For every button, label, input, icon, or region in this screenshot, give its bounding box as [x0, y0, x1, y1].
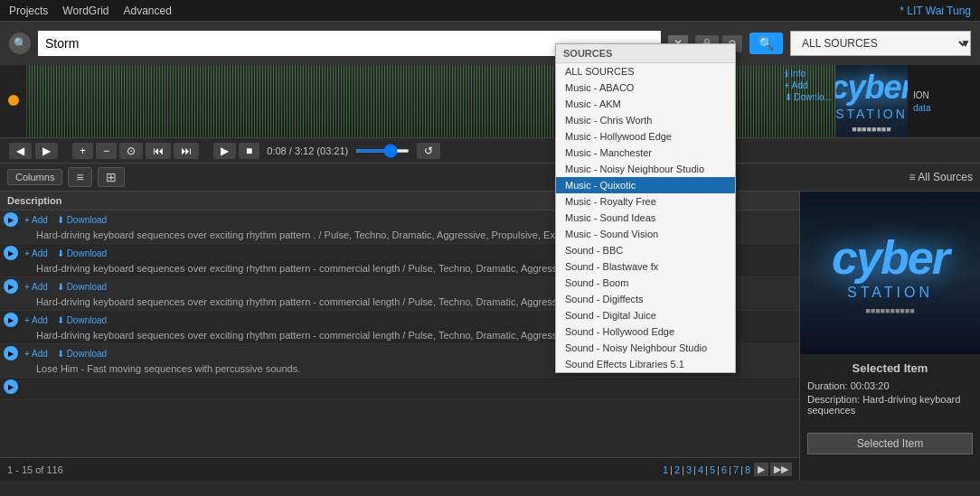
add-position-button[interactable]: +	[72, 143, 93, 159]
waveform-info-buttons: ℹ Info + Add ⬇ Downlo...	[785, 69, 832, 102]
all-sources-label: ≡ All Sources	[909, 171, 973, 183]
page-2[interactable]: 2	[674, 464, 680, 475]
page-1[interactable]: 1	[663, 464, 668, 475]
waveform-marker	[8, 95, 19, 106]
play-button[interactable]: ▶	[4, 279, 18, 294]
right-panel: cyber station ■■■■■■■■■■ Selected Item D…	[799, 192, 980, 481]
nav-advanced[interactable]: Advanced	[123, 5, 171, 17]
page-4[interactable]: 4	[698, 464, 703, 475]
pagination: 1 - 15 of 116 1 | 2 | 3 | 4 | 5 | 6 | 7 …	[0, 457, 799, 481]
nav-wordgrid[interactable]: WordGrid	[62, 5, 108, 17]
add-button[interactable]: + Add	[22, 214, 51, 226]
dropdown-item-sound-noisy-neighbour[interactable]: Sound - Noisy Neighbour Studio	[556, 340, 735, 356]
last-page-button[interactable]: ▶▶	[770, 463, 792, 476]
dropdown-item-music-quixotic[interactable]: Music - Quixotic	[556, 177, 735, 193]
download-button[interactable]: ⬇ Download	[54, 314, 109, 326]
user-label: * LIT Wai Tung	[900, 5, 971, 17]
dropdown-item-music-royalty-free[interactable]: Music - Royalty Free	[556, 193, 735, 210]
search-icon: 🔍	[9, 33, 31, 54]
source-dropdown[interactable]: ALL SOURCES	[790, 31, 971, 56]
volume-slider[interactable]	[355, 149, 410, 153]
download-btn[interactable]: ⬇ Downlo...	[785, 92, 832, 102]
add-button[interactable]: + Add	[22, 314, 51, 326]
duration-line: Duration: 00:03:20	[807, 380, 973, 391]
download-button[interactable]: ⬇ Download	[54, 348, 109, 360]
skip-fwd-button[interactable]: ⏭	[174, 143, 199, 159]
dropdown-item-music-manchester[interactable]: Music - Manchester	[556, 145, 735, 161]
selected-item-button[interactable]: Selected Item	[807, 433, 973, 454]
pagination-info: 1 - 15 of 116	[7, 464, 63, 475]
play-button[interactable]: ▶	[4, 212, 18, 227]
minus-position-button[interactable]: −	[96, 143, 117, 159]
center-button[interactable]: ⊙	[119, 143, 143, 159]
dropdown-item-music-noisy-neighbour[interactable]: Music - Noisy Neighbour Studio	[556, 161, 735, 177]
transport-bar: ◀ ▶ + − ⊙ ⏮ ⏭ ▶ ■ 0:08 / 3:12 (03:21) ↺	[0, 137, 980, 163]
grid-view-button[interactable]: ⊞	[98, 167, 125, 187]
stop-button[interactable]: ■	[239, 143, 259, 159]
ion-label: ION	[913, 90, 975, 100]
play-button[interactable]: ▶	[213, 143, 236, 159]
add-button[interactable]: + Add	[22, 348, 51, 360]
selected-item-title: Selected Item	[807, 361, 973, 375]
dropdown-header: SOURCES	[556, 44, 735, 63]
transport-controls: ▶ ■	[213, 143, 259, 159]
waveform-sidebar	[0, 65, 27, 137]
dropdown-item-all-sources[interactable]: ALL SOURCES	[556, 63, 735, 80]
page-links: 1 | 2 | 3 | 4 | 5 | 6 | 7 | 8 ▶ ▶▶	[663, 463, 792, 476]
data-label[interactable]: data	[913, 103, 975, 113]
nav-menu: Projects WordGrid Advanced	[9, 5, 172, 17]
page-7[interactable]: 7	[733, 464, 739, 475]
page-8[interactable]: 8	[745, 464, 750, 475]
play-button[interactable]: ▶	[4, 246, 18, 260]
selected-item-info: Selected Item Duration: 00:03:20 Descrip…	[800, 354, 980, 426]
dropdown-item-sound-hollywood-edge[interactable]: Sound - Hollywood Edge	[556, 323, 735, 340]
list-view-button[interactable]: ≡	[68, 167, 91, 187]
next-button[interactable]: ▶	[35, 143, 58, 159]
dropdown-item-sound-blastwave[interactable]: Sound - Blastwave fx	[556, 258, 735, 275]
nav-projects[interactable]: Projects	[9, 5, 48, 17]
page-6[interactable]: 6	[721, 464, 727, 475]
position-controls: + − ⊙ ⏮ ⏭	[72, 143, 199, 159]
dropdown-item-sound-bbc[interactable]: Sound - BBC	[556, 242, 735, 258]
cyber-album-art: cyber station ■■■■■■■■	[835, 65, 908, 137]
play-button[interactable]: ▶	[4, 346, 18, 360]
dropdown-item-sound-effects[interactable]: Sound Effects Libraries 5.1	[556, 356, 735, 372]
dropdown-item-music-abaco[interactable]: Music - ABACO	[556, 80, 735, 96]
dropdown-item-sound-digiffects[interactable]: Sound - Digiffects	[556, 291, 735, 307]
skip-back-button[interactable]: ⏮	[146, 143, 171, 159]
page-3[interactable]: 3	[686, 464, 692, 475]
dropdown-item-music-sound-ideas[interactable]: Music - Sound Ideas	[556, 210, 735, 226]
columns-button[interactable]: Columns	[7, 169, 62, 185]
add-btn[interactable]: + Add	[785, 80, 832, 90]
dropdown-item-sound-digital-juice[interactable]: Sound - Digital Juice	[556, 307, 735, 323]
top-nav: Projects WordGrid Advanced * LIT Wai Tun…	[0, 0, 980, 22]
next-page-button[interactable]: ▶	[754, 463, 768, 476]
add-button[interactable]: + Add	[22, 281, 51, 293]
nav-arrows: ◀ ▶	[9, 143, 58, 159]
add-button[interactable]: + Add	[22, 248, 51, 259]
download-button[interactable]: ⬇ Download	[54, 281, 109, 293]
prev-button[interactable]: ◀	[9, 143, 32, 159]
loop-button[interactable]: ↺	[417, 143, 440, 159]
search-bar: 🔍 ✕ 🔒 ⚙ 🔍 ALL SOURCES ▼	[0, 22, 980, 65]
play-button[interactable]: ▶	[4, 379, 18, 394]
info-btn[interactable]: ℹ Info	[785, 69, 832, 79]
description-line: Description: Hard-driving keyboard seque…	[807, 394, 973, 416]
time-display: 0:08 / 3:12 (03:21)	[267, 145, 348, 156]
toolbar: Columns ≡ ⊞ ≡ All Sources	[0, 163, 980, 192]
dropdown-item-music-akm[interactable]: Music - AKM	[556, 96, 735, 112]
download-button[interactable]: ⬇ Download	[54, 214, 109, 226]
dropdown-item-music-chris-worth[interactable]: Music - Chris Worth	[556, 112, 735, 128]
main-content: Description ▶ + Add ⬇ Download Hard-driv…	[0, 192, 980, 481]
dropdown-item-music-sound-vision[interactable]: Music - Sound Vision	[556, 226, 735, 242]
download-button[interactable]: ⬇ Download	[54, 248, 109, 259]
table-row: ▶	[0, 378, 799, 400]
dropdown-item-music-hollywood-edge[interactable]: Music - Hollywood Edge	[556, 128, 735, 145]
dropdown-item-sound-boom[interactable]: Sound - Boom	[556, 275, 735, 291]
search-button[interactable]: 🔍	[749, 33, 783, 54]
page-5[interactable]: 5	[710, 464, 715, 475]
play-button[interactable]: ▶	[4, 313, 18, 327]
dropdown-arrow: ▼	[960, 37, 971, 50]
result-description	[0, 396, 799, 399]
waveform-right-panel: ION data	[908, 65, 980, 137]
